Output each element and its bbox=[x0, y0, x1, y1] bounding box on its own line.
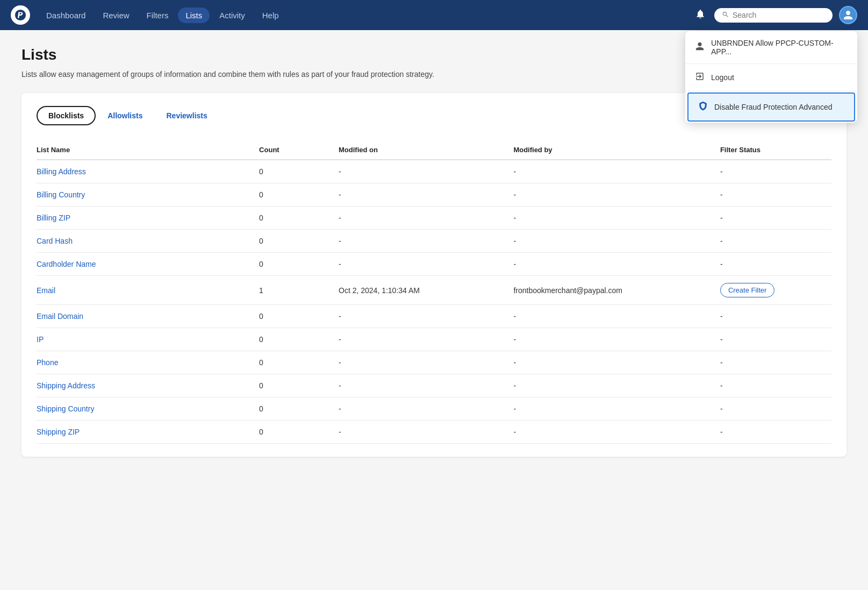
list-filter-status-cell: - bbox=[720, 207, 831, 230]
dropdown-user-account[interactable]: UNBRNDEN Allow PPCP-CUSTOM-APP... bbox=[685, 31, 857, 64]
table-row: Billing Address0--- bbox=[37, 160, 831, 183]
shield-icon bbox=[698, 101, 708, 113]
list-name-cell[interactable]: Phone bbox=[37, 351, 259, 374]
lists-card: Blocklists Allowlists Reviewlists List N… bbox=[21, 93, 847, 457]
list-filter-status-cell: - bbox=[720, 328, 831, 351]
table-row: Email Domain0--- bbox=[37, 305, 831, 328]
col-header-filter-status: Filter Status bbox=[720, 140, 831, 160]
tab-blocklists[interactable]: Blocklists bbox=[37, 106, 96, 125]
list-filter-status-cell: - bbox=[720, 397, 831, 421]
list-modified-on-cell: - bbox=[339, 351, 513, 374]
list-modified-on-cell: - bbox=[339, 207, 513, 230]
list-count-cell: 0 bbox=[259, 230, 339, 253]
list-modified-by-cell: - bbox=[513, 328, 720, 351]
list-count-cell: 1 bbox=[259, 276, 339, 305]
list-filter-status-cell: - bbox=[720, 351, 831, 374]
user-dropdown-menu: UNBRNDEN Allow PPCP-CUSTOM-APP... Logout… bbox=[685, 31, 857, 123]
list-count-cell: 0 bbox=[259, 160, 339, 183]
list-modified-on-cell: - bbox=[339, 253, 513, 276]
list-name-cell[interactable]: Email bbox=[37, 276, 259, 305]
table-row: Phone0--- bbox=[37, 351, 831, 374]
search-input[interactable] bbox=[733, 11, 825, 19]
list-name-cell[interactable]: IP bbox=[37, 328, 259, 351]
list-modified-on-cell: - bbox=[339, 328, 513, 351]
list-name-cell[interactable]: Shipping ZIP bbox=[37, 421, 259, 444]
list-modified-on-cell: - bbox=[339, 160, 513, 183]
table-row: Billing Country0--- bbox=[37, 183, 831, 207]
list-filter-status-cell: - bbox=[720, 160, 831, 183]
list-modified-by-cell: - bbox=[513, 160, 720, 183]
logout-icon bbox=[695, 72, 705, 83]
list-count-cell: 0 bbox=[259, 305, 339, 328]
nav-help[interactable]: Help bbox=[255, 8, 286, 23]
dropdown-disable-fraud[interactable]: Disable Fraud Protection Advanced bbox=[687, 93, 855, 122]
list-modified-on-cell: - bbox=[339, 397, 513, 421]
table-row: Shipping Address0--- bbox=[37, 374, 831, 397]
list-count-cell: 0 bbox=[259, 397, 339, 421]
list-name-cell[interactable]: Billing ZIP bbox=[37, 207, 259, 230]
col-header-name: List Name bbox=[37, 140, 259, 160]
list-count-cell: 0 bbox=[259, 421, 339, 444]
nav-links: Dashboard Review Filters Lists Activity … bbox=[39, 8, 693, 23]
dropdown-logout-label: Logout bbox=[711, 73, 734, 82]
col-header-modified-by: Modified by bbox=[513, 140, 720, 160]
lists-table: List Name Count Modified on Modified by … bbox=[37, 140, 831, 444]
list-modified-by-cell: - bbox=[513, 374, 720, 397]
list-count-cell: 0 bbox=[259, 183, 339, 207]
logo[interactable] bbox=[11, 5, 30, 25]
list-modified-by-cell: - bbox=[513, 397, 720, 421]
list-count-cell: 0 bbox=[259, 351, 339, 374]
person-icon bbox=[695, 41, 705, 53]
nav-lists[interactable]: Lists bbox=[178, 8, 210, 23]
list-modified-by-cell: - bbox=[513, 230, 720, 253]
list-count-cell: 0 bbox=[259, 374, 339, 397]
list-count-cell: 0 bbox=[259, 207, 339, 230]
list-modified-on-cell: - bbox=[339, 374, 513, 397]
list-filter-status-cell: - bbox=[720, 253, 831, 276]
list-name-cell[interactable]: Cardholder Name bbox=[37, 253, 259, 276]
list-modified-by-cell: - bbox=[513, 305, 720, 328]
list-name-cell[interactable]: Shipping Address bbox=[37, 374, 259, 397]
dropdown-logout[interactable]: Logout bbox=[685, 64, 857, 91]
navbar: Dashboard Review Filters Lists Activity … bbox=[0, 0, 868, 30]
list-filter-status-cell: - bbox=[720, 183, 831, 207]
list-modified-by-cell: - bbox=[513, 351, 720, 374]
nav-review[interactable]: Review bbox=[95, 8, 137, 23]
list-name-cell[interactable]: Shipping Country bbox=[37, 397, 259, 421]
list-count-cell: 0 bbox=[259, 253, 339, 276]
dropdown-user-label: UNBRNDEN Allow PPCP-CUSTOM-APP... bbox=[711, 39, 848, 56]
list-filter-status-cell: - bbox=[720, 305, 831, 328]
notifications-button[interactable] bbox=[693, 6, 708, 24]
list-modified-by-cell: - bbox=[513, 253, 720, 276]
table-row: Shipping ZIP0--- bbox=[37, 421, 831, 444]
search-icon bbox=[722, 11, 729, 20]
col-header-modified-on: Modified on bbox=[339, 140, 513, 160]
list-filter-status-cell[interactable]: Create Filter bbox=[720, 276, 831, 305]
list-filter-status-cell: - bbox=[720, 421, 831, 444]
list-modified-by-cell: - bbox=[513, 207, 720, 230]
list-modified-on-cell: - bbox=[339, 421, 513, 444]
nav-activity[interactable]: Activity bbox=[212, 8, 253, 23]
search-box bbox=[714, 8, 833, 23]
list-name-cell[interactable]: Card Hash bbox=[37, 230, 259, 253]
table-row: IP0--- bbox=[37, 328, 831, 351]
navbar-right bbox=[693, 6, 857, 24]
list-modified-on-cell: - bbox=[339, 230, 513, 253]
nav-filters[interactable]: Filters bbox=[139, 8, 176, 23]
list-name-cell[interactable]: Billing Address bbox=[37, 160, 259, 183]
table-row: Shipping Country0--- bbox=[37, 397, 831, 421]
list-name-cell[interactable]: Email Domain bbox=[37, 305, 259, 328]
list-modified-by-cell: frontbookmerchant@paypal.com bbox=[513, 276, 720, 305]
list-name-cell[interactable]: Billing Country bbox=[37, 183, 259, 207]
list-modified-by-cell: - bbox=[513, 421, 720, 444]
create-filter-button[interactable]: Create Filter bbox=[720, 283, 775, 297]
list-filter-status-cell: - bbox=[720, 374, 831, 397]
list-modified-on-cell: - bbox=[339, 305, 513, 328]
list-modified-by-cell: - bbox=[513, 183, 720, 207]
dropdown-disable-fraud-label: Disable Fraud Protection Advanced bbox=[714, 103, 832, 111]
nav-dashboard[interactable]: Dashboard bbox=[39, 8, 93, 23]
tab-reviewlists[interactable]: Reviewlists bbox=[155, 106, 219, 125]
tab-allowlists[interactable]: Allowlists bbox=[96, 106, 154, 125]
table-row: Email1Oct 2, 2024, 1:10:34 AMfrontbookme… bbox=[37, 276, 831, 305]
user-avatar[interactable] bbox=[839, 6, 857, 24]
